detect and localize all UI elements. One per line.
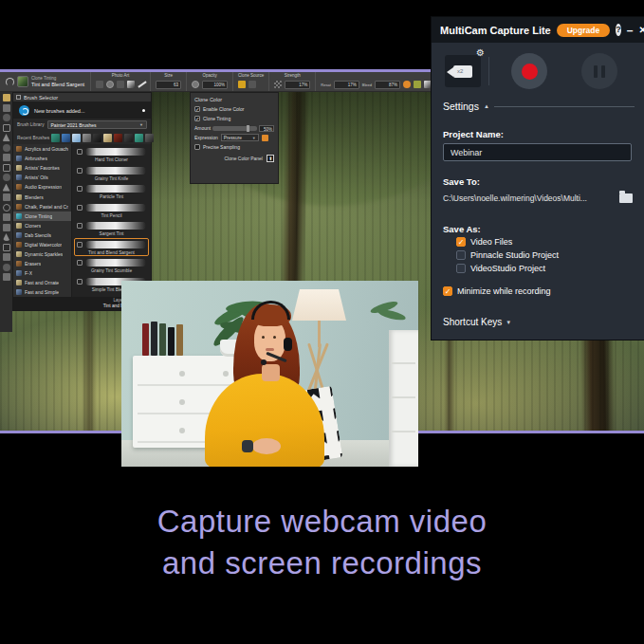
opacity-value: 100% <box>214 83 226 87</box>
tool-icon[interactable] <box>3 184 10 192</box>
folder-browse-icon[interactable] <box>619 193 633 203</box>
brush-variant[interactable]: Grainy Tint Scumble <box>74 256 149 275</box>
recent-brush-icon[interactable] <box>51 134 60 142</box>
notification-dot-icon[interactable] <box>142 109 145 112</box>
tool-icon[interactable] <box>3 154 10 161</box>
upgrade-button[interactable]: Upgrade <box>557 24 610 37</box>
brush-variant[interactable]: Sargent Tint <box>74 219 149 238</box>
tool-icon[interactable] <box>3 134 10 141</box>
brush-category[interactable]: Airbrushes <box>13 154 71 163</box>
enable-clone-color-checkbox[interactable]: ✓ <box>194 106 200 112</box>
tool-icon[interactable] <box>3 253 10 261</box>
amount-slider[interactable] <box>212 126 257 131</box>
brush-category[interactable]: Digital Watercolor <box>13 240 71 249</box>
brush-panel-header[interactable]: Brush Selector <box>13 93 151 102</box>
tool-icon[interactable] <box>3 114 10 121</box>
tool-icon[interactable] <box>3 224 10 231</box>
tool-icon[interactable] <box>3 244 10 251</box>
precise-sampling-checkbox[interactable] <box>194 144 200 150</box>
brush-category[interactable]: Dab Stencils <box>13 230 71 240</box>
brush-category[interactable]: F-X <box>13 268 71 278</box>
photo-art-icon[interactable] <box>106 81 114 88</box>
recent-brush-icon[interactable] <box>93 134 101 142</box>
open-panel-button[interactable]: ⬆ <box>267 155 274 162</box>
media-pen-icon[interactable] <box>414 81 421 88</box>
brush-category[interactable]: Fast and Ornate <box>13 278 71 287</box>
divider <box>494 106 635 107</box>
project-name-input[interactable] <box>443 143 632 161</box>
brush-variant[interactable]: Particle Tint <box>74 182 149 201</box>
photo-art-icon[interactable] <box>117 81 124 88</box>
brush-category[interactable]: Cloners <box>13 221 71 230</box>
pause-button[interactable] <box>581 53 617 89</box>
recent-brush-icon[interactable] <box>145 134 154 142</box>
expression-dropdown[interactable]: Pressure ▼ <box>221 134 259 141</box>
brush-category[interactable]: Acrylics and Gouache <box>13 144 71 154</box>
close-icon[interactable]: ✕ <box>638 25 644 35</box>
recent-brush-icon[interactable] <box>135 134 143 142</box>
category-icon <box>16 270 22 276</box>
camera-source-button[interactable]: x2 ⚙ <box>445 55 481 87</box>
recent-brush-icon[interactable] <box>72 134 81 142</box>
brush-variant[interactable]: Tint Pencil <box>74 201 149 220</box>
tool-icon[interactable] <box>3 273 10 281</box>
settings-expander[interactable]: Settings ▲ <box>443 101 635 112</box>
tool-icon[interactable] <box>3 193 10 201</box>
reset-tool-icon[interactable] <box>6 78 14 86</box>
brush-tool-icon[interactable] <box>3 94 10 101</box>
recent-brush-icon[interactable] <box>114 134 122 142</box>
recent-brush-icon[interactable] <box>103 134 112 142</box>
brush-library-dropdown[interactable]: Painter 2021 Brushes ▼ <box>47 120 147 129</box>
help-icon[interactable]: ? <box>616 24 621 36</box>
tool-icon[interactable] <box>3 204 10 212</box>
bleed-slider[interactable]: 87% <box>375 81 400 89</box>
brush-category[interactable]: Chalk, Pastel and Crayons <box>13 202 71 212</box>
brush-thumbnail-icon[interactable] <box>17 76 28 87</box>
brush-category[interactable]: Blenders <box>13 192 71 201</box>
opacity-slider[interactable]: 100% <box>202 81 228 89</box>
recent-brush-icon[interactable] <box>62 134 70 142</box>
tool-icon[interactable] <box>3 174 10 181</box>
record-button[interactable] <box>511 53 547 89</box>
photo-art-icon[interactable] <box>138 81 145 88</box>
toolbar-current-brush[interactable]: Clone Tinting Tint and Blend Sargent <box>0 72 90 91</box>
photo-art-icon[interactable] <box>127 81 135 88</box>
tool-icon[interactable] <box>3 164 10 172</box>
brush-variant[interactable]: Grainy Tint Knife <box>74 164 149 183</box>
wrist-watch <box>242 440 253 452</box>
recent-brush-icon[interactable] <box>124 134 133 142</box>
tool-icon[interactable] <box>3 144 10 152</box>
tool-icon[interactable] <box>3 104 10 112</box>
brush-category[interactable]: Artists' Oils <box>13 173 71 182</box>
minimize-while-recording-checkbox[interactable]: ✓ <box>443 286 452 296</box>
brush-category[interactable]: Artists' Favorites <box>13 163 71 173</box>
clone-stamp-icon[interactable] <box>238 81 246 88</box>
strength-slider[interactable]: 17% <box>285 81 310 89</box>
tool-icon[interactable] <box>3 124 10 132</box>
brush-category[interactable]: Dynamic Sparkles <box>13 249 71 259</box>
tool-icon[interactable] <box>3 264 10 271</box>
photo-art-icon[interactable] <box>96 81 103 88</box>
new-brushes-notification[interactable]: New brushes added... <box>13 102 151 119</box>
brush-category[interactable]: Audio Expression <box>13 182 71 192</box>
size-slider[interactable]: 63 <box>156 81 181 89</box>
brush-variant[interactable]: Hard Tint Cloner <box>74 145 149 164</box>
recent-brush-icon[interactable] <box>83 134 91 142</box>
brush-category-selected[interactable]: Clone Tinting <box>13 212 71 221</box>
clone-brush-icon[interactable] <box>248 81 256 88</box>
clone-tinting-checkbox[interactable]: ✓ <box>194 116 200 121</box>
tool-icon[interactable] <box>3 233 10 241</box>
media-gradient-icon[interactable] <box>424 81 432 88</box>
media-color-icon[interactable] <box>403 81 411 88</box>
resat-slider[interactable]: 17% <box>334 81 359 89</box>
pinnacle-project-checkbox[interactable] <box>456 250 466 260</box>
tool-icon[interactable] <box>3 213 10 221</box>
video-files-checkbox[interactable]: ✓ <box>456 237 466 247</box>
minimize-icon[interactable]: – <box>627 26 634 35</box>
expression-settings-icon[interactable] <box>262 135 268 141</box>
brush-category[interactable]: Fast and Simple <box>13 287 71 297</box>
brush-variant-selected[interactable]: Tint and Blend Sargent <box>74 238 149 257</box>
videostudio-project-checkbox[interactable] <box>456 264 466 273</box>
brush-category[interactable]: Erasers <box>13 259 71 268</box>
shortcut-keys-expander[interactable]: Shortcut Keys ▼ <box>443 317 511 327</box>
